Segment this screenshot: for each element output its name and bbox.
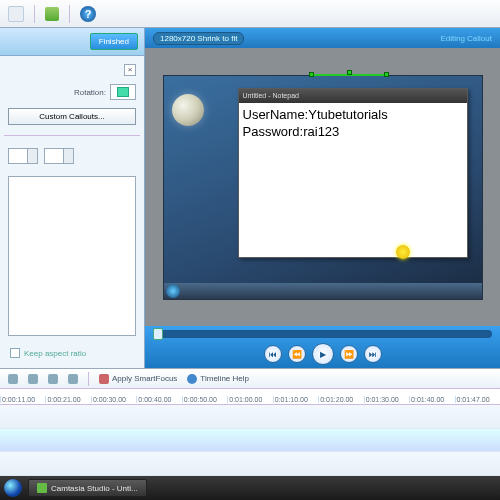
ruler-tick: 0:01:00.00 (227, 396, 272, 403)
notepad-window: Untitled - Notepad UserName:Ytubetutoria… (238, 88, 468, 258)
ruler-tick: 0:01:40.00 (409, 396, 454, 403)
callout-selection-handles[interactable] (309, 70, 389, 80)
timeline-track[interactable] (0, 405, 500, 429)
timeline-toolbar: Apply SmartFocus Timeline Help (0, 369, 500, 389)
ruler-tick: 0:00:30.00 (91, 396, 136, 403)
captured-start-orb-icon (166, 284, 180, 298)
timeline-ruler[interactable]: 0:00:11.00 0:00:21.00 0:00:30.00 0:00:40… (0, 389, 500, 405)
help-icon[interactable]: ? (80, 6, 96, 22)
timeline-panel: Apply SmartFocus Timeline Help 0:00:11.0… (0, 368, 500, 476)
ruler-tick: 0:00:50.00 (182, 396, 227, 403)
panel-header: Finished (0, 28, 144, 56)
notepad-line1: UserName:Ytubetutorials (243, 107, 388, 122)
zoom-in-button[interactable] (28, 374, 38, 384)
app-toolbar: ? (0, 0, 500, 28)
text-edit-area[interactable] (8, 176, 136, 336)
rewind-button[interactable]: ⏪ (288, 345, 306, 363)
timeline-track[interactable] (0, 452, 500, 476)
ruler-tick: 0:00:11.00 (0, 396, 45, 403)
preview-stage[interactable]: Untitled - Notepad UserName:Ytubetutoria… (145, 48, 500, 326)
ruler-tick: 0:01:20.00 (318, 396, 363, 403)
taskbar-app-label: Camtasia Studio - Unti... (51, 484, 138, 493)
notepad-line2: Password:rai123 (243, 124, 340, 139)
notepad-title: Untitled - Notepad (243, 92, 299, 99)
toolbar-separator (69, 5, 70, 23)
width-spinner[interactable] (8, 148, 38, 164)
taskbar-app-button[interactable]: Camtasia Studio - Unti... (28, 479, 147, 497)
split-button[interactable] (68, 374, 78, 384)
moon-image (172, 94, 204, 126)
custom-callouts-button[interactable]: Custom Callouts... (8, 108, 136, 125)
captured-desktop: Untitled - Notepad UserName:Ytubetutoria… (163, 75, 483, 300)
rotation-label: Rotation: (74, 88, 106, 97)
rotation-preview-icon[interactable] (110, 84, 136, 100)
cursor-highlight-icon (396, 245, 410, 259)
preview-pane: 1280x720 Shrink to fit Editing Callout U… (145, 28, 500, 368)
camtasia-icon (37, 483, 47, 493)
ruler-tick: 0:00:40.00 (136, 396, 181, 403)
windows-taskbar: Camtasia Studio - Unti... (0, 476, 500, 500)
preview-header: 1280x720 Shrink to fit Editing Callout (145, 28, 500, 48)
keep-aspect-label: Keep aspect ratio (24, 349, 86, 358)
ruler-tick: 0:00:21.00 (45, 396, 90, 403)
start-orb-icon[interactable] (4, 479, 22, 497)
close-icon[interactable]: × (124, 64, 136, 76)
playback-bar: ⏮ ⏪ ▶ ⏩ ⏭ (145, 326, 500, 368)
ruler-tick: 0:01:47.00 (455, 396, 500, 403)
record-icon[interactable] (45, 7, 59, 21)
preview-status: Editing Callout (440, 34, 492, 43)
timeline-help-button[interactable]: Timeline Help (187, 374, 249, 384)
next-frame-button[interactable]: ⏭ (364, 345, 382, 363)
apply-smartfocus-button[interactable]: Apply SmartFocus (99, 374, 177, 384)
forward-button[interactable]: ⏩ (340, 345, 358, 363)
height-spinner[interactable] (44, 148, 74, 164)
timeline-tracks[interactable] (0, 405, 500, 476)
timeline-track[interactable] (0, 429, 500, 453)
zoom-out-button[interactable] (8, 374, 18, 384)
scrub-slider[interactable] (153, 330, 492, 338)
captured-taskbar (164, 283, 482, 299)
cut-button[interactable] (48, 374, 58, 384)
finished-button[interactable]: Finished (90, 33, 138, 50)
play-button[interactable]: ▶ (312, 343, 334, 365)
keep-aspect-checkbox[interactable] (10, 348, 20, 358)
prev-frame-button[interactable]: ⏮ (264, 345, 282, 363)
toolbar-separator (34, 5, 35, 23)
toolbar-icon-1[interactable] (8, 6, 24, 22)
properties-panel: Finished × Rotation: Custom Callouts... (0, 28, 145, 368)
ruler-tick: 0:01:30.00 (364, 396, 409, 403)
ruler-tick: 0:01:10.00 (273, 396, 318, 403)
preview-dimensions-dropdown[interactable]: 1280x720 Shrink to fit (153, 32, 244, 45)
